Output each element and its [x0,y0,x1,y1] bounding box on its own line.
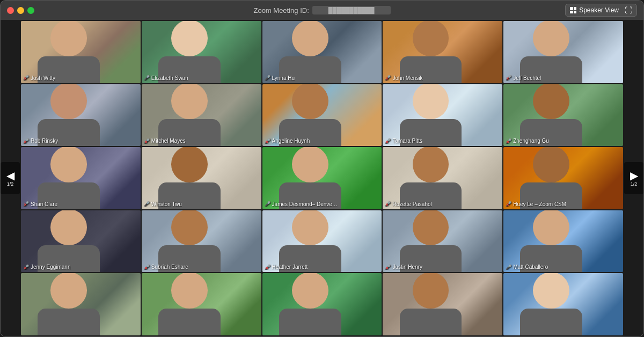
mic-icon-jeff-bechtel: 🎤✕ [506,75,511,80]
video-cell-zhenghang-gu[interactable]: 🎤✕Zhenghang Gu [503,84,623,146]
avatar-josh-witty [21,21,116,83]
participant-name-angeline-huynh: 🎤✕Angeline Huynh [265,138,310,144]
avatar-head [171,147,208,182]
video-cell-rob-rinsky[interactable]: 🎤✕Rob Rinsky [21,84,141,146]
video-cell-huey-le[interactable]: 🎤✕Huey Le – Zoom CSM [503,147,623,209]
participant-name-winston-twu: 🎤Winston Twu [144,201,182,207]
titlebar: Zoom Meeting ID: ███████████ Speaker Vie… [1,1,643,20]
avatar-elizabeth-swan [142,21,237,83]
participant-name-elizabeth-swan: 🎤Elizabeth Swan [144,75,188,81]
avatar-partial-4 [383,273,478,335]
video-cell-winston-twu[interactable]: 🎤Winston Twu [142,147,261,209]
avatar-body [400,309,462,335]
avatar-head [50,273,87,309]
video-cell-heather-jarrett[interactable]: 🎤✕Heather Jarrett [262,210,382,273]
participant-name-james-desmond: 🎤James Desmond– Denve… [265,201,338,207]
video-cell-jeff-bechtel[interactable]: 🎤✕Jeff Bechtel [503,21,623,83]
video-cell-john-mensik[interactable]: 🎤✕John Mensik [383,21,502,83]
avatar-angeline-huynh [262,84,358,146]
video-cell-partial-2[interactable] [142,273,261,335]
video-cell-james-desmond[interactable]: 🎤James Desmond– Denve… [262,147,382,209]
participant-name-justin-henry: 🎤✕Justin Henry [385,264,422,270]
participant-name-jenny-eggimann: 🎤✕Jenny Eggimann [23,264,71,270]
fullscreen-button[interactable] [27,7,34,14]
video-cell-elizabeth-swan[interactable]: 🎤Elizabeth Swan [142,21,261,83]
participant-name-rozette-pasahol: 🎤✕Rozette Pasahol [385,201,431,207]
video-cell-shari-clare[interactable]: 🎤✕Shari Clare [21,147,141,209]
speaker-view-button[interactable]: Speaker View ⛶ [565,4,637,17]
participant-name-lynna-hu: 🎤Lynna Hu [265,75,295,81]
avatar-head [533,84,569,120]
avatar-head [413,84,449,120]
participant-name-jeff-bechtel: 🎤✕Jeff Bechtel [506,75,541,81]
close-button[interactable] [7,7,14,14]
video-cell-partial-5[interactable] [503,273,623,335]
prev-page-button[interactable]: ◀ 1/2 [1,162,20,194]
avatar-heather-jarrett [262,210,358,273]
mic-icon-mitchel-mayes: 🎤✕ [144,138,150,144]
main-content: ◀ 1/2 🎤✕Josh Witty🎤Elizabeth Swan🎤Lynna … [1,20,643,336]
mic-icon-justin-henry: 🎤✕ [385,265,391,270]
avatar-head [533,273,569,309]
avatar-lynna-hu [262,21,358,83]
avatar-rob-rinsky [21,84,116,146]
avatar-james-desmond [262,147,358,209]
right-page-label: 1/2 [631,182,638,187]
grid-icon [570,7,576,13]
video-cell-partial-1[interactable] [21,273,141,335]
participant-name-zhenghang-gu: 🎤✕Zhenghang Gu [506,138,549,144]
avatar-subriah-esharc [142,210,237,273]
avatar-head [171,273,208,309]
avatar-head [50,21,87,56]
participant-name-huey-le: 🎤✕Huey Le – Zoom CSM [506,201,566,207]
video-cell-justin-henry[interactable]: 🎤✕Justin Henry [383,210,502,273]
avatar-partial-2 [142,273,237,335]
video-cell-jenny-eggimann[interactable]: 🎤✕Jenny Eggimann [21,210,141,273]
avatar-head [171,210,208,246]
mic-icon-zhenghang-gu: 🎤✕ [506,138,511,144]
avatar-head [413,147,449,182]
avatar-huey-le [503,147,599,209]
avatar-mitchel-mayes [142,84,237,146]
video-cell-rozette-pasahol[interactable]: 🎤✕Rozette Pasahol [383,147,502,209]
video-cell-tamara-pitts[interactable]: 🎤✕Tamara Pitts [383,84,502,146]
participant-name-heather-jarrett: 🎤✕Heather Jarrett [265,264,308,270]
avatar-head [171,84,208,120]
video-cell-partial-4[interactable] [383,273,502,335]
avatar-head [292,147,328,182]
avatar-head [533,147,569,182]
avatar-body [279,309,341,335]
avatar-head [292,210,328,246]
video-cell-josh-witty[interactable]: 🎤✕Josh Witty [21,21,141,83]
avatar-rozette-pasahol [383,147,478,209]
video-cell-lynna-hu[interactable]: 🎤Lynna Hu [262,21,382,83]
mic-icon-james-desmond: 🎤 [265,201,270,207]
video-cell-mitchel-mayes[interactable]: 🎤✕Mitchel Mayes [142,84,261,146]
avatar-jenny-eggimann [21,210,116,273]
fullscreen-icon: ⛶ [625,6,632,14]
avatar-shari-clare [21,147,116,209]
video-cell-angeline-huynh[interactable]: 🎤✕Angeline Huynh [262,84,382,146]
video-cell-subriah-esharc[interactable]: 🎤✕Subriah Esharc [142,210,261,273]
avatar-head [413,21,449,56]
meeting-id: ███████████ [312,6,391,14]
title-label: Zoom Meeting ID: [253,6,309,14]
speaker-view-label: Speaker View [579,6,619,14]
participant-name-shari-clare: 🎤✕Shari Clare [23,201,57,207]
titlebar-text: Zoom Meeting ID: ███████████ [253,6,390,14]
avatar-head [533,21,569,56]
avatar-partial-3 [262,273,358,335]
video-cell-partial-3[interactable] [262,273,382,335]
mic-icon-heather-jarrett: 🎤✕ [265,265,270,270]
mic-icon-josh-witty: 🎤✕ [23,75,29,80]
mic-icon-rob-rinsky: 🎤✕ [23,138,29,144]
mic-icon-jenny-eggimann: 🎤✕ [23,265,29,270]
avatar-matt-caballero [503,210,599,273]
minimize-button[interactable] [17,7,24,14]
avatar-body [520,309,582,335]
video-cell-matt-caballero[interactable]: 🎤Matt Caballero [503,210,623,273]
video-grid: 🎤✕Josh Witty🎤Elizabeth Swan🎤Lynna Hu🎤✕Jo… [1,20,643,336]
avatar-head [292,273,328,309]
mic-icon-lynna-hu: 🎤 [265,75,270,80]
next-page-button[interactable]: ▶ 1/2 [624,162,643,194]
